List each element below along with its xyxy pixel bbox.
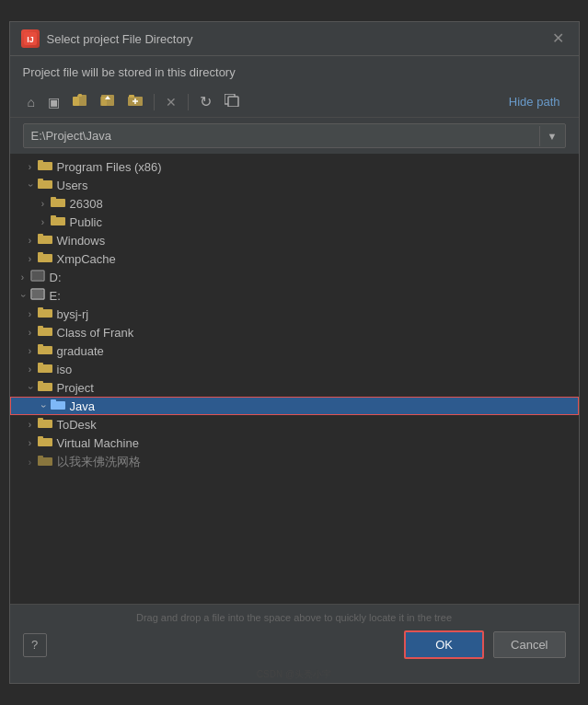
tree-item-label: 以我来佛洗网格 (57, 454, 579, 470)
tree-item[interactable]: › ToDesk (10, 415, 579, 433)
monitor-button[interactable]: ▣ (43, 92, 64, 112)
chevron-icon: › (25, 178, 35, 192)
delete-button[interactable]: ✕ (161, 92, 181, 112)
refresh-button[interactable]: ↻ (195, 90, 216, 113)
svg-rect-20 (51, 217, 65, 225)
drive-icon (30, 270, 45, 284)
folder-icon (38, 362, 52, 376)
tree-item[interactable]: › 26308 (10, 194, 579, 213)
svg-rect-30 (38, 309, 52, 318)
tree-item[interactable]: › E: (10, 286, 579, 305)
close-button[interactable]: ✕ (548, 29, 568, 48)
toolbar-separator (154, 94, 155, 110)
chevron-icon: › (23, 309, 38, 319)
svg-rect-43 (38, 418, 43, 421)
tree-item[interactable]: › graduate (10, 341, 579, 360)
help-button[interactable]: ? (23, 633, 47, 657)
chevron-icon: › (17, 288, 28, 303)
home-icon: ⌂ (28, 95, 35, 110)
svg-rect-34 (38, 346, 52, 354)
folder-icon (38, 380, 52, 395)
folder-icon (38, 343, 52, 358)
tree-item-label: Users (57, 179, 579, 192)
folder-new2-button[interactable] (123, 91, 147, 112)
folder-icon (38, 306, 52, 321)
tree-item-label: D: (50, 271, 579, 284)
svg-rect-22 (38, 236, 52, 244)
tree-item[interactable]: › Windows (10, 231, 579, 249)
chevron-icon: › (23, 254, 38, 264)
svg-rect-47 (38, 456, 43, 458)
svg-rect-45 (38, 436, 43, 439)
svg-rect-16 (38, 180, 52, 189)
path-bar: ▼ (23, 123, 566, 148)
chevron-icon: › (23, 457, 38, 468)
chevron-icon: › (23, 162, 38, 172)
dialog: IJ Select project File Directory ✕ Proje… (9, 21, 580, 684)
ok-button[interactable]: OK (404, 630, 484, 659)
toolbar: ⌂ ▣ (10, 87, 579, 118)
cancel-button[interactable]: Cancel (493, 631, 565, 658)
new-folder-icon (73, 94, 87, 110)
svg-rect-33 (38, 326, 43, 329)
svg-rect-37 (38, 363, 43, 365)
path-dropdown-button[interactable]: ▼ (539, 126, 565, 146)
svg-rect-21 (51, 215, 56, 218)
folder-icon (38, 233, 52, 248)
footer: Drag and drop a file into the space abov… (10, 604, 579, 666)
svg-rect-18 (51, 199, 65, 207)
tree-item-label: Virtual Machine (57, 436, 579, 450)
svg-rect-23 (38, 234, 43, 237)
toolbar-separator2 (188, 94, 189, 110)
tree-item[interactable]: › bysj-rj (10, 305, 579, 323)
folder-up-button[interactable] (96, 91, 120, 112)
svg-rect-9 (129, 95, 134, 98)
tree-item[interactable]: › 以我来佛洗网格 (10, 452, 579, 472)
folder-icon (51, 214, 65, 229)
tree-item[interactable]: › Virtual Machine (10, 433, 579, 452)
monitor-icon: ▣ (48, 95, 60, 110)
path-input[interactable] (24, 124, 539, 147)
tree-item[interactable]: › XmpCache (10, 249, 579, 268)
svg-rect-25 (38, 252, 43, 255)
tree-item-label: Project (57, 381, 579, 395)
chevron-icon: › (16, 272, 30, 283)
tree-item-java[interactable]: › Java (10, 397, 579, 415)
svg-rect-17 (38, 179, 43, 181)
new-folder-button[interactable] (68, 91, 92, 112)
refresh-icon: ↻ (200, 93, 212, 110)
drive-icon (30, 288, 45, 303)
buttons-row: ? OK Cancel (23, 630, 566, 659)
svg-rect-40 (51, 401, 65, 410)
tree-item-label: E: (50, 289, 579, 303)
copy-icon (225, 94, 239, 110)
copy-button[interactable] (220, 91, 244, 112)
tree-item-label: iso (57, 363, 579, 376)
folder-icon (38, 178, 52, 192)
subtitle-text: Project file will be stored in this dire… (10, 56, 579, 87)
hide-path-button[interactable]: Hide path (503, 92, 566, 111)
tree-item[interactable]: › Project (10, 378, 579, 397)
home-button[interactable]: ⌂ (23, 92, 40, 112)
tree-item[interactable]: › Class of Frank (10, 323, 579, 341)
tree-item-label: XmpCache (57, 252, 579, 266)
chevron-icon: › (38, 399, 48, 413)
tree-item[interactable]: › Public (10, 213, 579, 231)
svg-rect-39 (38, 381, 43, 384)
tree-item[interactable]: › Program Files (x86) (10, 157, 579, 176)
chevron-icon: › (25, 380, 35, 395)
file-tree[interactable]: › Program Files (x86) › Users › 26308 › (10, 154, 579, 604)
tree-item[interactable]: › iso (10, 360, 579, 378)
folder-icon (38, 159, 52, 174)
svg-rect-46 (38, 457, 52, 466)
svg-rect-15 (38, 160, 43, 163)
folder-icon (38, 455, 52, 469)
tree-item-label: graduate (57, 344, 579, 358)
tree-item[interactable]: › D: (10, 268, 579, 286)
svg-rect-24 (38, 254, 52, 262)
delete-icon: ✕ (166, 95, 177, 110)
watermark: CSDN @头秃小宇 (10, 666, 579, 683)
tree-item[interactable]: › Users (10, 176, 579, 194)
tree-item-label: Java (70, 399, 579, 413)
chevron-icon: › (23, 420, 38, 430)
